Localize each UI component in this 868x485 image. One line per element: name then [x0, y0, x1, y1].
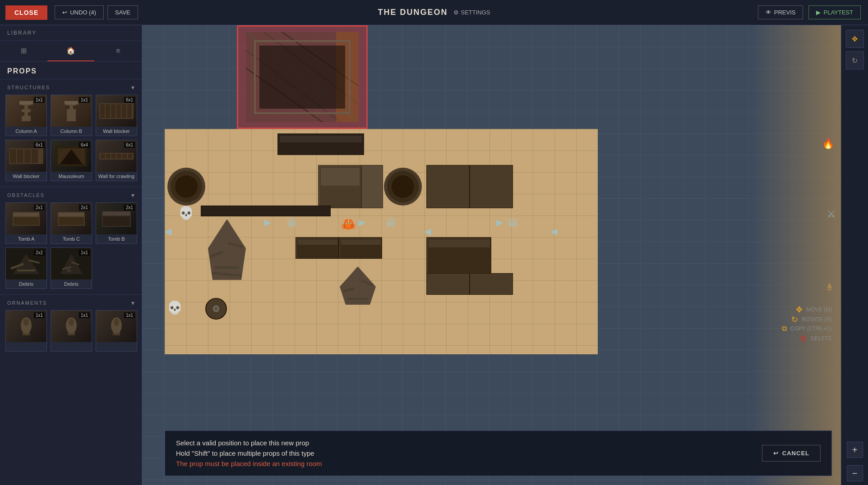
rotate-icon: ↻ — [791, 315, 798, 325]
svg-rect-13 — [111, 104, 115, 118]
list-item[interactable]: 1x1 — [51, 310, 92, 352]
close-button[interactable]: CLOSE — [5, 5, 47, 20]
svg-rect-16 — [127, 104, 132, 118]
dungeon-debris-2 — [336, 264, 379, 307]
tab-grid[interactable]: ⊞ — [0, 41, 47, 61]
prop-badge: 2x1 — [34, 205, 45, 210]
left-arrow-1: ◀ — [165, 226, 171, 237]
prop-badge: 1x1 — [79, 312, 90, 318]
zoom-out-btn[interactable]: − — [847, 465, 863, 481]
svg-rect-14 — [116, 104, 121, 118]
cancel-button[interactable]: ↩ CANCEL — [762, 445, 821, 462]
notification-line3: The prop must be placed inside an existi… — [176, 460, 322, 467]
dungeon-stone-block-2 — [470, 165, 513, 208]
dungeon-small-tomb-2 — [470, 273, 513, 295]
placing-prop — [237, 25, 368, 129]
prop-badge: 6x4 — [79, 142, 90, 148]
right-panel: ✥ ↻ + − — [841, 25, 868, 485]
left-arrow-2: ◀ — [424, 226, 431, 237]
svg-point-91 — [392, 175, 414, 198]
svg-marker-45 — [60, 254, 83, 274]
list-item[interactable]: 2x1 Tomb B — [96, 202, 137, 244]
library-header: LIBRARY — [0, 25, 142, 41]
svg-rect-21 — [32, 149, 38, 163]
structures-collapse-button[interactable]: ▾ — [131, 84, 134, 91]
crab-icon: 🦀 — [341, 217, 356, 232]
playtest-button[interactable]: ▶ PLAYTEST — [808, 5, 861, 19]
eye-icon: 👁 — [766, 9, 771, 16]
svg-rect-5 — [28, 112, 32, 116]
svg-rect-3 — [28, 105, 32, 109]
svg-rect-76 — [429, 239, 490, 247]
list-item[interactable]: 1x1 Debris — [51, 247, 92, 289]
prop-name: Tomb A — [6, 234, 46, 243]
svg-rect-20 — [24, 149, 31, 163]
prop-name — [6, 342, 46, 351]
previs-button[interactable]: 👁 PREVIS — [758, 5, 803, 19]
rotate-tool-button[interactable]: ↻ — [846, 51, 864, 69]
arch-icon-1: 🏛 — [286, 217, 297, 229]
notification-line1: Select a valid position to place this ne… — [176, 439, 322, 447]
svg-rect-74 — [341, 239, 381, 245]
cancel-label: CANCEL — [782, 450, 809, 457]
svg-rect-66 — [259, 46, 345, 109]
list-item[interactable]: 1x1 — [96, 310, 137, 352]
list-item[interactable]: 6x4 Mausoleum — [51, 140, 92, 181]
structures-label: STRUCTURES — [7, 85, 50, 90]
list-item[interactable]: 6x1 Wall blocker — [5, 140, 47, 181]
obstacles-collapse-button[interactable]: ▾ — [131, 192, 134, 199]
dungeon-stone-block — [426, 165, 470, 208]
svg-rect-31 — [128, 154, 132, 159]
save-button[interactable]: SAVE — [107, 5, 138, 19]
zoom-in-btn[interactable]: + — [847, 442, 863, 458]
prop-name: Tomb C — [51, 234, 92, 243]
right-arrow-2: ▶ — [359, 217, 365, 228]
list-item[interactable]: 6x1 Wall blocker — [96, 95, 137, 136]
svg-rect-44 — [17, 270, 35, 271]
placing-prop-visual — [238, 27, 366, 128]
list-item[interactable]: 2x1 Tomb C — [51, 202, 92, 244]
list-item[interactable]: 1x1 Column A — [5, 95, 47, 136]
svg-rect-19 — [17, 149, 23, 163]
prop-name: Tomb B — [96, 234, 137, 243]
list-item[interactable]: 6x1 Wall for crawling — [96, 140, 137, 181]
svg-marker-77 — [208, 219, 246, 280]
left-arrow-3: ◀ — [550, 226, 557, 237]
dungeon-small-tomb — [426, 273, 470, 295]
play-icon: ▶ — [816, 9, 821, 16]
prop-badge: 1x1 — [34, 97, 45, 103]
dungeon-corridor-wall — [201, 206, 331, 216]
skull-icon-2: 💀 — [167, 300, 183, 315]
zoom-plus-button[interactable]: + — [847, 442, 863, 458]
list-item[interactable]: 1x1 Column B — [51, 95, 92, 136]
ornaments-grid: 1x1 1x1 1x1 — [0, 310, 142, 357]
prop-name: Wall blocker — [96, 127, 137, 136]
svg-rect-36 — [59, 213, 84, 216]
svg-rect-85 — [347, 298, 368, 300]
tab-building[interactable]: 🏠 — [47, 41, 95, 61]
ornaments-collapse-button[interactable]: ▾ — [131, 299, 134, 307]
move-tool-button[interactable]: ✥ — [846, 30, 864, 48]
prop-name: Column B — [51, 127, 92, 136]
dungeon-prop — [318, 165, 361, 208]
structures-section-header: STRUCTURES ▾ — [0, 79, 142, 95]
list-item[interactable]: 1x1 — [5, 310, 47, 352]
prop-badge: 2x2 — [34, 250, 45, 256]
svg-rect-33 — [14, 213, 39, 216]
settings-button[interactable]: ⚙ SETTINGS — [453, 9, 490, 16]
canvas-area[interactable]: 💀 💀 ⚙ ▶ ▶ ▶ ◀ ◀ ◀ 🏛 🏛 🏛 🦀 🔥 🕯 ⚔ ✥ MOVE (… — [142, 25, 868, 485]
settings-label: SETTINGS — [461, 9, 490, 16]
tab-list[interactable]: ≡ — [94, 41, 142, 61]
svg-rect-39 — [103, 212, 130, 215]
tool-arrows: ✥ MOVE (M) — [796, 305, 832, 315]
list-item[interactable]: 2x2 Debris — [5, 247, 47, 289]
svg-point-57 — [114, 319, 119, 326]
list-item[interactable]: 2x1 Tomb A — [5, 202, 47, 244]
dungeon-medallion — [165, 165, 208, 208]
svg-rect-68 — [321, 168, 360, 186]
prop-badge: 1x1 — [34, 312, 45, 318]
svg-rect-24 — [67, 157, 76, 164]
svg-rect-18 — [10, 149, 16, 163]
undo-button[interactable]: ↩ UNDO (4) — [55, 5, 104, 19]
zoom-minus-button[interactable]: − — [847, 465, 863, 481]
